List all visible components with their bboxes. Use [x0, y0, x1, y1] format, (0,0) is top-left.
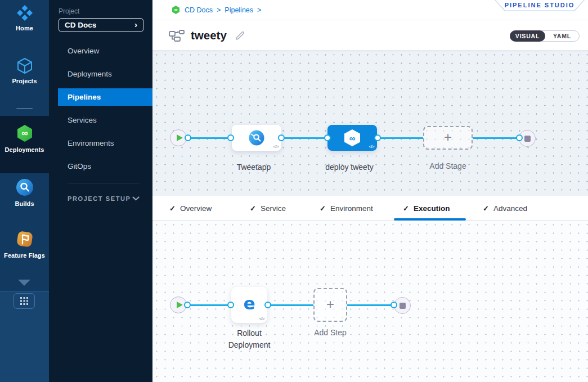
sidebar-item-services[interactable]: Services [58, 111, 152, 129]
sidebar-dock [0, 291, 49, 382]
stage-label: deploy tweety [310, 161, 389, 173]
chevron-right-icon: › [134, 20, 137, 29]
check-icon: ✓ [320, 204, 326, 213]
step-node-rollout-deployment[interactable]: e </> [231, 287, 267, 323]
badge-label: PIPELINE STUDIO [505, 2, 575, 9]
tab-service[interactable]: ✓Service [250, 196, 286, 221]
sidebar-item-overview[interactable]: Overview [58, 42, 152, 60]
stop-icon [400, 303, 406, 309]
module-switcher-button[interactable] [14, 293, 35, 309]
active-tab-underline [394, 218, 466, 221]
edge-connector[interactable] [185, 134, 191, 141]
sidebar-item-pipelines[interactable]: Pipelines [58, 88, 152, 106]
chevron-down-icon [132, 196, 140, 201]
connector-line [268, 304, 313, 306]
play-icon [177, 134, 183, 141]
project-sidebar: Project CD Docs › Overview Deployments P… [49, 0, 152, 382]
sidebar-item-label: Feature Flags [4, 252, 45, 259]
check-icon: ✓ [169, 204, 176, 213]
sidebar-item-projects[interactable]: Projects [0, 57, 49, 84]
deploy-stage-icon: ∞ [343, 129, 362, 147]
code-view-icon[interactable]: </> [259, 316, 264, 321]
edge-connector[interactable] [390, 302, 397, 308]
add-stage-label: Add Stage [414, 160, 482, 172]
project-label: Project [59, 7, 79, 15]
tab-advanced[interactable]: ✓Advanced [483, 196, 527, 221]
sidebar-divider [68, 183, 140, 183]
tab-environment[interactable]: ✓Environment [320, 196, 373, 221]
toggle-visual-button[interactable]: VISUAL [510, 30, 545, 42]
connector-line [281, 137, 327, 139]
edge-connector[interactable] [227, 302, 234, 308]
svg-text:∞: ∞ [174, 7, 177, 12]
edge-connector[interactable] [324, 134, 331, 141]
execution-canvas: e </> + Rollout Deployment Add Step [152, 221, 588, 382]
sidebar-item-builds[interactable]: Builds [0, 178, 49, 207]
connector-line [187, 304, 231, 306]
rollout-deployment-icon: e [243, 295, 255, 312]
module-sidebar: Home Projects ∞ Deployments Builds Featu… [0, 0, 49, 382]
edit-pencil-icon[interactable] [235, 30, 246, 41]
connector-line [473, 137, 519, 139]
connector-line [188, 137, 231, 139]
tab-execution[interactable]: ✓Execution [403, 196, 450, 221]
add-step-label: Add Step [302, 327, 358, 339]
connector-line [347, 304, 394, 306]
sidebar-item-label: Home [16, 25, 33, 32]
svg-text:∞: ∞ [21, 128, 28, 138]
sidebar-item-label: Deployments [5, 146, 44, 153]
build-stage-icon [248, 129, 265, 146]
sidebar-item-feature-flags[interactable]: Feature Flags [0, 230, 49, 259]
pipeline-title: tweety [191, 29, 227, 42]
plus-icon: + [444, 131, 452, 144]
sidebar-item-deployments[interactable]: ∞ Deployments [0, 124, 49, 153]
edge-connector[interactable] [278, 134, 285, 141]
sidebar-divider [16, 108, 33, 109]
title-bar: tweety VISUAL YAML [152, 20, 588, 51]
add-step-button[interactable]: + [313, 288, 347, 322]
sidebar-item-label: Projects [12, 78, 37, 84]
connector-line [378, 137, 423, 139]
stop-icon [524, 136, 531, 142]
sidebar-item-deployments-menu[interactable]: Deployments [58, 65, 152, 83]
pipeline-studio-badge: PIPELINE STUDIO [495, 0, 585, 11]
project-selector[interactable]: CD Docs › [59, 18, 143, 32]
cd-module-icon: ∞ [171, 5, 181, 15]
sidebar-item-environments[interactable]: Environments [58, 134, 152, 152]
sidebar-item-gitops[interactable]: GitOps [58, 158, 152, 175]
sidebar-more-chevron-icon[interactable] [18, 280, 30, 286]
breadcrumb-link-pipelines[interactable]: Pipelines [225, 6, 253, 14]
deployments-icon: ∞ [15, 124, 34, 143]
code-view-icon[interactable]: </> [369, 144, 374, 149]
play-icon [177, 302, 183, 308]
plus-icon: + [326, 298, 334, 311]
feature-flags-icon [15, 230, 34, 249]
breadcrumb-separator: > [257, 6, 261, 14]
main-panel: ∞ CD Docs > Pipelines > PIPELINE STUDIO … [152, 0, 588, 382]
edge-connector[interactable] [264, 302, 271, 308]
edge-connector[interactable] [374, 134, 381, 141]
tab-overview[interactable]: ✓Overview [169, 196, 212, 221]
add-stage-button[interactable]: + [423, 126, 473, 150]
breadcrumb-separator: > [217, 6, 221, 14]
stage-label: Tweetapp [220, 161, 288, 173]
toggle-yaml-button[interactable]: YAML [545, 31, 579, 41]
edge-connector[interactable] [516, 134, 523, 141]
edge-connector[interactable] [184, 302, 191, 308]
stage-node-deploy-tweety[interactable]: ∞ </> [327, 125, 377, 151]
pipeline-icon [169, 29, 185, 42]
project-name: CD Docs [65, 21, 96, 29]
pipeline-studio-app: Home Projects ∞ Deployments Builds Featu… [0, 0, 588, 382]
check-icon: ✓ [483, 204, 489, 213]
project-menu: Overview Deployments Pipelines Services … [58, 42, 152, 181]
check-icon: ✓ [403, 204, 409, 213]
project-setup-toggle[interactable]: PROJECT SETUP [68, 195, 140, 202]
stage-canvas: </> ∞ </> + Tweetapp deploy tweety Add S… [152, 51, 588, 196]
home-icon [16, 5, 33, 21]
breadcrumb-link-project[interactable]: CD Docs [185, 6, 213, 14]
stage-node-tweetapp[interactable]: </> [232, 125, 281, 151]
code-view-icon[interactable]: </> [273, 144, 279, 149]
builds-icon [15, 178, 34, 197]
sidebar-item-home[interactable]: Home [0, 5, 49, 32]
edge-connector[interactable] [227, 134, 234, 141]
